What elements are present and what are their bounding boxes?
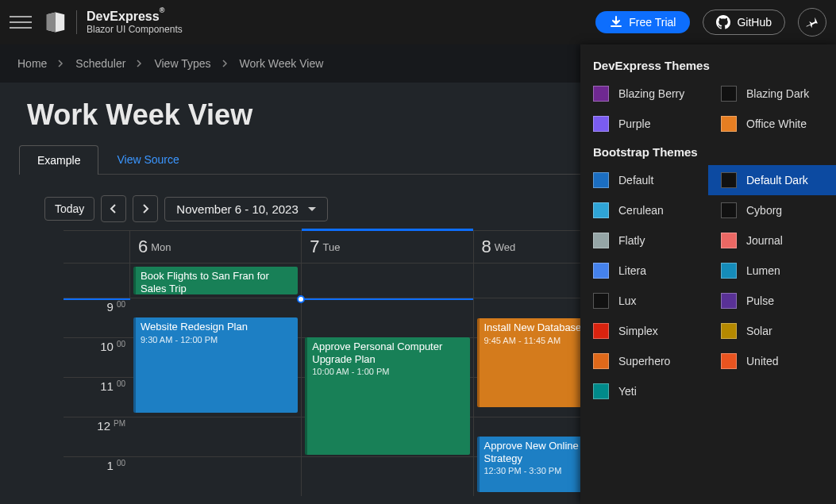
- date-range-picker[interactable]: November 6 - 10, 2023: [164, 197, 327, 221]
- theme-item[interactable]: Cyborg: [708, 195, 836, 225]
- color-swatch: [593, 293, 609, 309]
- chevron-right-icon: [141, 204, 149, 214]
- tab-view-source[interactable]: View Source: [98, 144, 197, 174]
- theme-label: Flatly: [618, 234, 645, 247]
- theme-item[interactable]: Flatly: [580, 225, 708, 256]
- theme-item[interactable]: Superhero: [580, 346, 708, 376]
- menu-icon[interactable]: [10, 11, 32, 33]
- color-swatch: [593, 323, 609, 339]
- color-swatch: [593, 116, 609, 132]
- theme-item[interactable]: Simplex: [580, 316, 708, 346]
- theme-label: Cerulean: [618, 204, 664, 217]
- color-swatch: [721, 202, 737, 218]
- theme-item[interactable]: Office White: [708, 109, 836, 139]
- appointment[interactable]: Approve Personal Computer Upgrade Plan10…: [305, 337, 469, 455]
- section-title-dev: DevExpress Themes: [580, 52, 836, 79]
- chevron-right-icon: [58, 60, 64, 67]
- time-gutter: 900 1000 1100 12PM 100: [64, 298, 130, 496]
- caret-down-icon: [308, 207, 316, 211]
- theme-label: Lumen: [746, 264, 780, 277]
- brand-name: DevExpress®: [87, 10, 183, 23]
- brand-sub: Blazor UI Components: [87, 25, 183, 34]
- theme-item[interactable]: Solar: [708, 316, 836, 346]
- color-swatch: [593, 233, 609, 248]
- theme-label: Cyborg: [746, 204, 782, 217]
- theme-label: Default Dark: [746, 174, 808, 187]
- crumb-current: Work Week View: [240, 57, 324, 70]
- color-swatch: [721, 233, 737, 248]
- theme-panel: DevExpress Themes Blazing BerryBlazing D…: [580, 44, 836, 504]
- color-swatch: [593, 86, 609, 102]
- theme-label: Superhero: [618, 355, 670, 367]
- theme-label: Solar: [746, 325, 772, 337]
- theme-label: Blazing Berry: [618, 87, 684, 100]
- github-button[interactable]: GitHub: [703, 10, 785, 35]
- theme-item[interactable]: Default Dark: [708, 165, 836, 195]
- crumb-viewtypes[interactable]: View Types: [154, 57, 210, 70]
- theme-item[interactable]: Blazing Dark: [708, 79, 836, 109]
- color-swatch: [593, 202, 609, 218]
- app-header: DevExpress® Blazor UI Components Free Tr…: [0, 0, 836, 44]
- tab-example[interactable]: Example: [19, 145, 98, 175]
- day-col-tue[interactable]: Approve Personal Computer Upgrade Plan10…: [302, 298, 473, 496]
- theme-item[interactable]: Litera: [580, 256, 708, 286]
- color-swatch: [593, 263, 609, 279]
- day-header-mon[interactable]: 6Mon: [130, 231, 302, 263]
- chevron-left-icon: [110, 204, 118, 214]
- day-col-mon[interactable]: Website Redesign Plan9:30 AM - 12:00 PM: [130, 298, 302, 496]
- color-swatch: [593, 353, 609, 369]
- color-swatch: [593, 383, 609, 399]
- theme-item[interactable]: Cerulean: [580, 195, 708, 225]
- pin-button[interactable]: [798, 8, 826, 37]
- theme-item[interactable]: Lux: [580, 286, 708, 316]
- theme-label: Purple: [618, 117, 650, 130]
- color-swatch: [721, 116, 737, 132]
- theme-label: Litera: [618, 264, 646, 277]
- theme-label: Default: [618, 174, 653, 187]
- theme-item[interactable]: Purple: [580, 109, 708, 139]
- theme-item[interactable]: Lumen: [708, 256, 836, 286]
- theme-label: United: [746, 355, 778, 367]
- color-swatch: [593, 172, 609, 188]
- theme-item[interactable]: United: [708, 346, 836, 376]
- theme-label: Journal: [746, 234, 783, 247]
- appointment[interactable]: Website Redesign Plan9:30 AM - 12:00 PM: [133, 317, 298, 413]
- next-button[interactable]: [133, 195, 158, 222]
- chevron-right-icon: [222, 60, 229, 67]
- section-title-bs: Bootstrap Themes: [580, 139, 836, 165]
- devexpress-logo-icon: [44, 11, 67, 33]
- color-swatch: [721, 263, 737, 279]
- day-header-tue[interactable]: 7Tue: [302, 231, 473, 263]
- color-swatch: [721, 172, 737, 188]
- chevron-right-icon: [137, 60, 143, 67]
- crumb-home[interactable]: Home: [17, 57, 47, 70]
- theme-item[interactable]: Default: [580, 165, 708, 195]
- allday-event[interactable]: Book Flights to San Fran for Sales Trip: [133, 267, 298, 294]
- color-swatch: [721, 353, 737, 369]
- color-swatch: [721, 86, 737, 102]
- theme-item[interactable]: Blazing Berry: [580, 79, 708, 109]
- theme-item[interactable]: Journal: [708, 225, 836, 256]
- theme-label: Pulse: [746, 294, 774, 307]
- github-icon: [716, 15, 730, 29]
- pin-icon: [806, 16, 819, 29]
- theme-label: Blazing Dark: [746, 87, 809, 100]
- crumb-scheduler[interactable]: Scheduler: [75, 57, 125, 70]
- color-swatch: [721, 293, 737, 309]
- download-icon: [610, 16, 622, 29]
- theme-label: Simplex: [618, 325, 658, 337]
- today-button[interactable]: Today: [44, 197, 94, 221]
- theme-label: Lux: [618, 294, 637, 307]
- theme-label: Yeti: [618, 385, 637, 398]
- theme-item[interactable]: Yeti: [580, 376, 708, 406]
- theme-label: Office White: [746, 117, 807, 130]
- free-trial-button[interactable]: Free Trial: [595, 11, 690, 33]
- color-swatch: [721, 323, 737, 339]
- theme-item[interactable]: Pulse: [708, 286, 836, 316]
- prev-button[interactable]: [101, 195, 126, 222]
- logo[interactable]: DevExpress® Blazor UI Components: [44, 10, 183, 34]
